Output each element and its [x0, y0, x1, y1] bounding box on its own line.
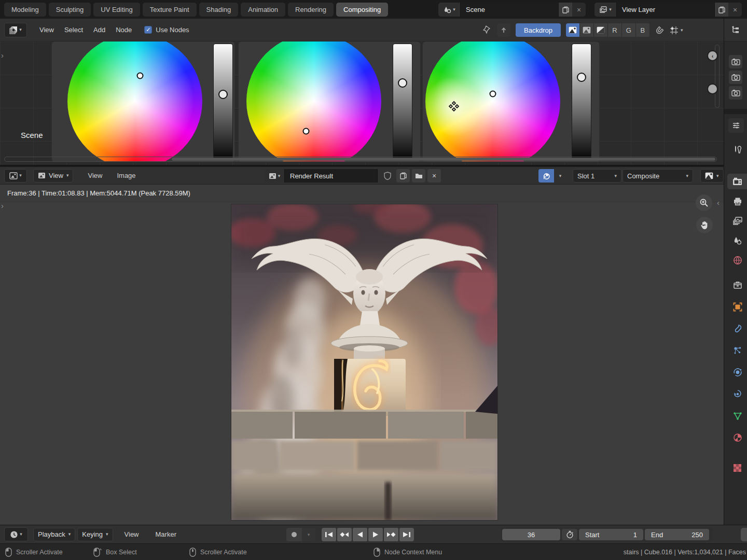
menu-node[interactable]: Node: [110, 26, 137, 34]
tab-compositing[interactable]: Compositing: [336, 3, 388, 17]
menu-view[interactable]: View: [119, 530, 144, 538]
gizmos-dropdown[interactable]: ▾: [700, 169, 724, 183]
view-layer-copy-button[interactable]: [715, 3, 728, 17]
properties-tab-physics[interactable]: [727, 365, 747, 380]
image-browse-dropdown[interactable]: ▾: [265, 169, 284, 183]
color-wheel-2-cursor[interactable]: [303, 128, 310, 135]
next-keyframe-button[interactable]: [384, 528, 398, 541]
menu-add[interactable]: Add: [88, 26, 110, 34]
tab-uv-editing[interactable]: UV Editing: [93, 3, 140, 17]
color-node-panel-1[interactable]: [52, 41, 234, 162]
image-name-field[interactable]: Render Result: [284, 169, 378, 183]
color-wheel-1-cursor[interactable]: [137, 73, 144, 79]
use-preview-range-button[interactable]: [562, 529, 577, 540]
render-slot-dropdown[interactable]: Slot 1 ▾: [573, 169, 621, 183]
frame-end-field[interactable]: End 250: [645, 529, 709, 540]
properties-tab-collection[interactable]: [727, 277, 747, 293]
use-nodes-toggle[interactable]: ✓ Use Nodes: [144, 26, 189, 34]
new-image-button[interactable]: [396, 169, 410, 183]
playback-dropdown[interactable]: Playback ▾: [33, 528, 75, 541]
keying-dropdown[interactable]: Keying ▾: [77, 528, 113, 541]
properties-tab-modifiers[interactable]: [727, 321, 747, 337]
value-slider-3-handle[interactable]: [577, 73, 586, 82]
menu-view[interactable]: View: [34, 26, 59, 34]
image-mode-dropdown[interactable]: View ▾: [33, 169, 73, 183]
toolbar-expand-icon[interactable]: ›: [1, 51, 4, 60]
menu-view[interactable]: View: [82, 172, 107, 179]
color-wheel-2[interactable]: [246, 41, 381, 162]
previous-frame-button[interactable]: [353, 528, 367, 541]
unlink-image-button[interactable]: ×: [427, 169, 441, 183]
menu-select[interactable]: Select: [59, 26, 88, 34]
scene-name-field[interactable]: Scene: [460, 3, 559, 17]
snap-magnet-icon[interactable]: [655, 25, 665, 35]
zoom-in-gizmo[interactable]: [696, 194, 712, 211]
red-channel-button[interactable]: R: [608, 23, 622, 37]
view-layer-name-field[interactable]: View Layer: [616, 3, 715, 17]
scrollbar-thumb[interactable]: [172, 158, 715, 161]
value-slider-1-handle[interactable]: [218, 90, 228, 99]
properties-tab-material[interactable]: [727, 430, 747, 445]
properties-editor-icon[interactable]: [728, 118, 744, 133]
editor-type-button-compositor[interactable]: ▾: [4, 23, 27, 37]
auto-keying-dropdown[interactable]: ▾: [302, 528, 315, 541]
fake-user-button[interactable]: [381, 169, 394, 183]
parent-up-icon[interactable]: [497, 23, 510, 37]
outliner-camera-item[interactable]: [729, 71, 742, 84]
color-channel-button[interactable]: [580, 23, 594, 37]
frame-start-field[interactable]: Start 1: [579, 529, 643, 540]
tab-texture-paint[interactable]: Texture Paint: [143, 3, 197, 17]
scene-unlink-button[interactable]: ×: [572, 3, 586, 17]
color-wheel-3-cursor[interactable]: [490, 91, 496, 97]
properties-tab-output[interactable]: [727, 193, 747, 209]
tab-sculpting[interactable]: Sculpting: [49, 3, 91, 17]
play-button[interactable]: [368, 528, 383, 541]
node-canvas[interactable]: › Scene: [0, 41, 724, 165]
value-slider-2-handle[interactable]: [398, 78, 407, 88]
scene-icon-dropdown[interactable]: ▾: [438, 3, 460, 17]
properties-tab-texture[interactable]: [727, 460, 747, 475]
cycle-render-toggle[interactable]: [538, 169, 554, 183]
tab-animation[interactable]: Animation: [241, 3, 285, 17]
tab-modeling[interactable]: Modeling: [4, 3, 46, 17]
properties-tab-particles[interactable]: [727, 343, 747, 358]
properties-tab-world[interactable]: [727, 253, 747, 268]
toolbar-expand-icon[interactable]: ›: [1, 201, 4, 210]
previous-keyframe-button[interactable]: [337, 528, 352, 541]
color-node-panel-2[interactable]: [239, 41, 420, 162]
value-slider-2[interactable]: [393, 44, 412, 161]
properties-tab-object[interactable]: [727, 299, 747, 315]
backdrop-button[interactable]: Backdrop: [516, 23, 561, 37]
outliner-camera-item[interactable]: [729, 86, 742, 100]
properties-tab-constraints[interactable]: [727, 386, 747, 402]
auto-keying-record-button[interactable]: [286, 528, 302, 541]
render-pass-dropdown[interactable]: Composite ▾: [622, 169, 693, 183]
properties-tab-tool[interactable]: [727, 142, 747, 157]
editor-type-button-timeline[interactable]: ▾: [4, 527, 28, 541]
editor-type-button-image[interactable]: ▾: [4, 169, 27, 183]
green-channel-button[interactable]: G: [622, 23, 636, 37]
properties-tab-render[interactable]: [727, 174, 747, 189]
view-layer-icon-dropdown[interactable]: ▾: [594, 3, 616, 17]
open-image-button[interactable]: [412, 169, 425, 183]
tab-shading[interactable]: Shading: [199, 3, 239, 17]
jump-to-start-button[interactable]: [322, 528, 336, 541]
value-slider-3[interactable]: [572, 44, 591, 161]
scene-copy-button[interactable]: [559, 3, 572, 17]
sidebar-collapse-knob[interactable]: ‹: [707, 50, 718, 61]
color-wheel-1[interactable]: [67, 41, 202, 162]
region-knob[interactable]: [707, 83, 718, 94]
alpha-channel-button[interactable]: [594, 23, 608, 37]
blue-channel-button[interactable]: B: [636, 23, 650, 37]
color-node-panel-3[interactable]: [423, 41, 599, 162]
pin-icon[interactable]: [482, 25, 492, 35]
properties-tab-view-layer[interactable]: [727, 213, 747, 229]
sidebar-collapse-icon[interactable]: ‹: [717, 198, 720, 207]
outliner-camera-item[interactable]: [729, 55, 742, 68]
color-alpha-channel-button[interactable]: [566, 23, 580, 37]
properties-tab-object-data[interactable]: [727, 408, 747, 424]
properties-tab-scene[interactable]: [727, 233, 747, 248]
outliner-editor-icon[interactable]: [731, 25, 740, 35]
jump-to-end-button[interactable]: [399, 528, 414, 541]
current-frame-field[interactable]: 36: [502, 529, 560, 540]
